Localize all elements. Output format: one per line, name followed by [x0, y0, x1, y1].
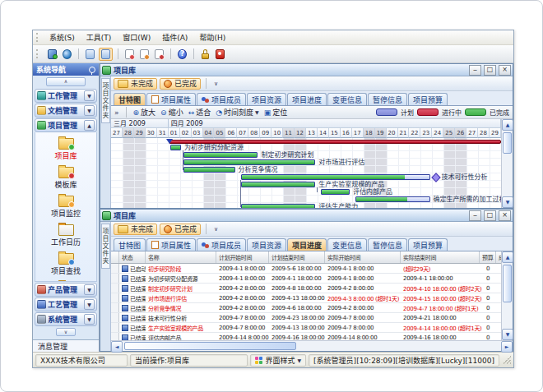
tool-放大[interactable]: ⊕放大 [133, 107, 156, 118]
column-header[interactable]: 实际开始时间 [325, 251, 401, 263]
chevron-down-icon[interactable]: ▼ [84, 105, 95, 116]
tool-时间刻度[interactable]: ◔时间刻度▼ [216, 107, 259, 118]
menu-item[interactable]: 工具(T) [81, 31, 118, 44]
toolbar-grip[interactable] [36, 49, 40, 58]
gantt-window-titlebar[interactable]: 项目库 [100, 64, 513, 76]
filter-button[interactable]: 未完成 [114, 224, 157, 235]
minimize-button[interactable] [469, 210, 481, 221]
menubar-grip[interactable] [36, 33, 40, 42]
maximize-button[interactable] [484, 210, 496, 221]
tool-缩小[interactable]: ⊖缩小 [160, 107, 183, 118]
sidebar-group-button[interactable]: 文档管理▼ [35, 104, 97, 118]
table-row[interactable]: 已结束制定初步研究计划2009-4-2 8:00:002009-4-8 18:0… [111, 284, 501, 293]
row-selector[interactable] [111, 323, 119, 332]
toolbar-overflow-button[interactable]: » [114, 108, 119, 117]
gantt-task-bar[interactable] [241, 182, 316, 187]
menu-item[interactable]: 插件(A) [156, 31, 193, 44]
sidebar-item[interactable]: 项目查找 [35, 250, 96, 276]
column-header[interactable]: 实际结束时间 [401, 251, 480, 263]
exit-icon[interactable] [214, 48, 226, 60]
gantt-task-bar[interactable] [170, 145, 181, 150]
folder-open-icon[interactable] [99, 48, 113, 61]
scroll-down-icon[interactable]: ▼ [502, 329, 513, 340]
tab-项目成员[interactable]: 项目成员 [197, 93, 246, 105]
close-button[interactable] [499, 65, 511, 76]
sidebar-item[interactable]: 项目监控 [35, 192, 96, 219]
chevron-down-icon[interactable]: ▼ [84, 90, 95, 101]
tab-项目预算[interactable]: 项目预算 [408, 238, 448, 251]
chevron-up-icon[interactable]: ▲ [84, 120, 95, 131]
filter-button[interactable]: 未完成 [114, 78, 157, 90]
sidebar-item[interactable]: 模板库 [35, 164, 96, 190]
column-header[interactable]: 计划开始时间 [216, 251, 269, 263]
table-horizontal-scrollbar[interactable]: ◄ ► [111, 340, 513, 351]
scroll-up-icon[interactable]: ▲ [502, 119, 513, 131]
tab-变更信息[interactable]: 变更信息 [327, 93, 367, 105]
menu-item[interactable]: 系统(S) [44, 31, 81, 44]
tab-项目预算[interactable]: 项目预算 [408, 93, 448, 105]
lock-icon[interactable] [199, 48, 211, 60]
row-selector[interactable] [111, 303, 119, 312]
message-management-tab[interactable]: 消息管理 [33, 339, 99, 352]
report-chart-icon[interactable] [138, 48, 151, 60]
table-row[interactable]: 已结束对市场进行评估2009-4-2 8:00:002009-4-13 18:0… [111, 293, 501, 303]
chevron-down-icon[interactable]: ▼ [84, 299, 95, 310]
maximize-button[interactable] [484, 65, 496, 76]
tab-项目进度[interactable]: 项目进度 [287, 238, 327, 251]
table-row[interactable]: 已结束分析竞争情况2009-4-2 8:00:002009-4-6 18:00:… [111, 303, 501, 313]
row-selector[interactable] [111, 293, 119, 302]
tab-项目资源[interactable]: 项目资源 [247, 238, 286, 251]
table-window-titlebar[interactable]: 项目库 [100, 210, 513, 222]
column-header[interactable]: 名称 [146, 251, 216, 263]
tab-变更信息[interactable]: 变更信息 [327, 238, 367, 251]
sidebar-group-button[interactable]: 工艺管理▼ [35, 297, 97, 311]
scroll-thumb[interactable] [503, 132, 512, 154]
scroll-thumb[interactable] [503, 265, 512, 302]
tab-项目属性[interactable]: 项目属性 [146, 238, 196, 251]
resize-grip[interactable] [503, 356, 511, 364]
scroll-right-icon[interactable]: ► [501, 341, 513, 353]
gantt-vertical-scrollbar[interactable]: ▲ ▼ [501, 119, 513, 208]
project-folders-tab[interactable]: 项目文件夹 [101, 224, 110, 269]
sidebar-group-button[interactable]: 工作管理▼ [35, 89, 97, 103]
chevron-down-icon[interactable]: ▼ [84, 284, 95, 295]
scroll-up-icon[interactable]: ▲ [502, 251, 513, 263]
row-selector[interactable] [111, 284, 119, 293]
column-header[interactable]: 计划结束时间 [269, 251, 325, 263]
sidebar-group-button[interactable]: 项目管理▲ [35, 118, 97, 132]
column-header[interactable]: 状态 [119, 251, 146, 263]
row-selector[interactable] [111, 264, 119, 273]
tab-暂停信息[interactable]: 暂停信息 [368, 93, 407, 105]
pin-icon[interactable] [89, 67, 95, 73]
gantt-task-bar[interactable] [241, 204, 316, 208]
table-row[interactable]: 已结束生产实验室规模的产品2009-4-7 8:00:002009-4-13 1… [111, 323, 501, 333]
sidebar-group-button[interactable]: 产品管理▼ [35, 283, 97, 297]
gantt-task-bar[interactable] [241, 174, 430, 180]
close-button[interactable] [499, 210, 511, 221]
filter-button[interactable]: 已完成 [160, 224, 201, 235]
tool-定位[interactable]: ▣定位 [264, 107, 288, 118]
table-row[interactable]: 已结束技术可行性分析2009-4-7 8:00:002009-4-23 18:0… [111, 313, 501, 323]
column-header[interactable]: 预算 [480, 251, 496, 263]
sidebar-more-button[interactable]: ∨ [56, 328, 76, 336]
report-mail-icon[interactable] [123, 48, 136, 60]
gantt-task-bar[interactable] [183, 167, 235, 173]
tab-暂停信息[interactable]: 暂停信息 [368, 238, 407, 251]
scroll-down-icon[interactable]: ▼ [502, 196, 513, 208]
globe-icon[interactable] [61, 48, 73, 60]
gantt-task-bar[interactable] [355, 196, 430, 202]
tab-项目成员[interactable]: 项目成员 [197, 238, 246, 251]
gantt-task-bar[interactable] [183, 159, 315, 165]
ui-style-dropdown[interactable]: 界面样式 ▼ [250, 354, 306, 367]
project-folders-tab[interactable]: 项目文件夹 [101, 78, 110, 123]
table-row[interactable]: 已结束为初步研究分配资源2009-4-1 8:00:002009-4-1 18:… [111, 274, 501, 284]
help-icon[interactable] [176, 48, 188, 60]
filter-button[interactable]: 已完成 [160, 78, 201, 90]
folder-icon[interactable] [84, 48, 96, 60]
tab-甘特图[interactable]: 甘特图 [114, 93, 146, 105]
tool-适合[interactable]: ↔适合 [188, 107, 211, 118]
more-button[interactable]: ∨ [211, 81, 220, 87]
row-selector[interactable] [111, 333, 119, 340]
gantt-task-bar[interactable] [183, 152, 258, 158]
tab-项目属性[interactable]: 项目属性 [146, 93, 196, 105]
